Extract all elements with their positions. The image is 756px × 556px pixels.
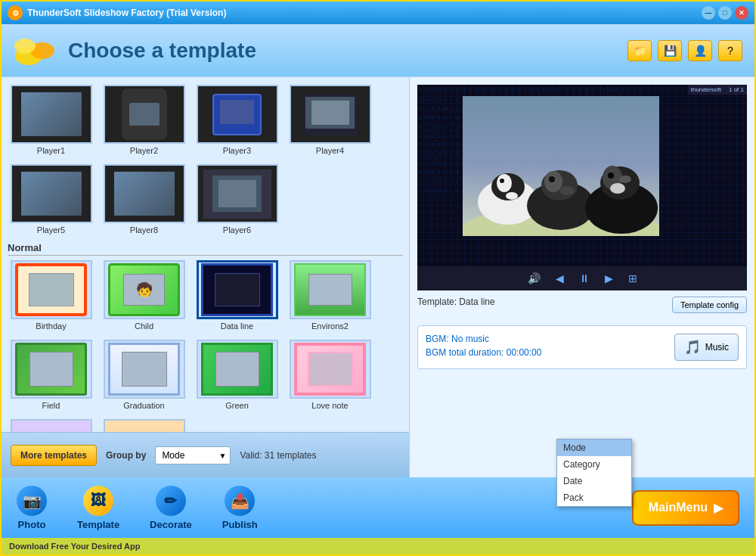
bgm-section: 🎵 Music BGM: No music BGM total duration… <box>417 325 747 369</box>
content-area: Player1 Player2 <box>2 77 754 477</box>
template-player4[interactable]: Player4 <box>287 83 373 157</box>
template-scroll-area[interactable]: Player1 Player2 <box>2 77 409 432</box>
minimize-button[interactable]: — <box>702 6 715 20</box>
music-button-label: Music <box>705 342 729 353</box>
music-button[interactable]: 🎵 Music <box>674 334 739 361</box>
nav-decorate[interactable]: ✏ Decorate <box>150 486 192 530</box>
player4-thumb <box>290 85 371 144</box>
save-button[interactable]: 💾 <box>658 40 682 61</box>
page-title: Choose a template <box>68 39 256 63</box>
graduation-thumb <box>104 340 185 399</box>
green-thumb <box>197 340 278 399</box>
template-player8[interactable]: Player8 <box>101 163 187 236</box>
dropdown-mode[interactable]: Mode <box>557 440 631 456</box>
more-templates-button[interactable]: More templates <box>11 445 97 466</box>
template-nav-label: Template <box>77 519 119 530</box>
svg-point-14 <box>559 186 575 195</box>
svg-point-19 <box>619 175 631 183</box>
music-icon: 🎵 <box>684 339 701 356</box>
template-label: Template: <box>417 297 459 307</box>
player5-thumb <box>11 164 92 223</box>
template-player6[interactable]: Player6 <box>194 163 280 236</box>
navigation-bar: 📷 Photo 🖼 Template ✏ Decorate 📤 Publish … <box>2 477 754 538</box>
preview-area: 01001 10110 01010 10101 01101 10010 1010… <box>417 85 747 266</box>
template-extra1[interactable] <box>8 418 94 432</box>
valid-templates-label: Valid: 31 templates <box>240 450 316 461</box>
graduation-label: Graduation <box>123 401 164 410</box>
template-green[interactable]: Green <box>194 338 280 412</box>
template-lovenote[interactable]: Love note <box>287 338 373 412</box>
template-player1[interactable]: Player1 <box>8 83 94 157</box>
close-button[interactable]: ✕ <box>735 6 748 20</box>
player2-label: Player2 <box>130 146 158 155</box>
photo-nav-icon: 📷 <box>17 486 47 516</box>
svg-point-9 <box>506 192 518 200</box>
next-button[interactable]: ▶ <box>605 272 613 284</box>
dropdown-date[interactable]: Date <box>557 473 631 489</box>
template-birthday[interactable]: Birthday <box>8 259 94 332</box>
lovenote-thumb <box>290 340 371 399</box>
dropdown-category[interactable]: Category <box>557 456 631 473</box>
user-button[interactable]: 👤 <box>688 40 712 61</box>
preview-header: thundersoft 1 of 1 <box>688 85 747 95</box>
player-template-grid: Player1 Player2 <box>8 83 403 236</box>
dropdown-pack[interactable]: Pack <box>557 489 631 506</box>
nav-photo[interactable]: 📷 Photo <box>17 486 47 530</box>
group-by-select[interactable]: Mode Category Date Pack <box>155 446 231 464</box>
environs2-label: Environs2 <box>311 321 349 331</box>
player1-thumb <box>11 85 92 144</box>
field-label: Field <box>42 401 60 410</box>
maximize-button[interactable]: □ <box>718 6 732 20</box>
template-graduation[interactable]: Graduation <box>101 338 187 412</box>
volume-button[interactable]: 🔊 <box>528 272 541 284</box>
svg-point-8 <box>500 179 504 183</box>
preview-image <box>463 96 659 236</box>
template-player3[interactable]: Player3 <box>194 83 280 157</box>
birthday-thumb <box>11 260 92 319</box>
dogs-preview-svg <box>463 96 659 236</box>
child-label: Child <box>135 321 153 331</box>
player3-label: Player3 <box>223 146 251 155</box>
normal-template-grid: Birthday 🧒 Child <box>8 259 403 412</box>
template-player5[interactable]: Player5 <box>8 163 94 236</box>
app-icon: ⚙ <box>8 5 23 20</box>
nav-template[interactable]: 🖼 Template <box>77 486 119 530</box>
window-controls: — □ ✕ <box>702 6 748 20</box>
player5-label: Player5 <box>37 225 65 235</box>
app-title: ThunderSoft Slideshow Factory (Trial Ver… <box>27 8 702 18</box>
prev-button[interactable]: ◀ <box>556 272 564 284</box>
grid-button[interactable]: ⊞ <box>628 272 637 284</box>
right-panel: 01001 10110 01010 10101 01101 10010 1010… <box>410 77 754 477</box>
template-player2[interactable]: Player2 <box>101 83 187 157</box>
preview-controls: 🔊 ◀ ⏸ ▶ ⊞ <box>417 266 747 290</box>
template-child[interactable]: 🧒 Child <box>101 259 187 332</box>
main-menu-button[interactable]: MainMenu ▶ <box>632 490 739 526</box>
preview-brand: thundersoft <box>691 86 721 93</box>
download-text: Download Free Your Desired App <box>9 542 140 551</box>
template-dataline[interactable]: Data line <box>194 259 280 332</box>
template-field[interactable]: Field <box>8 338 94 412</box>
extra2-thumb <box>104 419 185 432</box>
player3-thumb <box>197 85 278 144</box>
folder-button[interactable]: 📁 <box>627 40 652 61</box>
player6-label: Player6 <box>223 225 251 235</box>
dataline-thumb <box>197 260 278 319</box>
bottom-bar: More templates Group by Mode Category Da… <box>2 432 409 477</box>
preview-counter: 1 of 1 <box>729 86 744 93</box>
svg-point-20 <box>610 183 625 194</box>
download-bar: Download Free Your Desired App <box>2 538 754 554</box>
header-toolbar: 📁 💾 👤 ? <box>627 40 742 61</box>
left-panel: Player1 Player2 <box>2 77 410 477</box>
svg-point-2 <box>14 39 36 54</box>
template-config-button[interactable]: Template config <box>672 297 747 313</box>
main-window: Choose a template 📁 💾 👤 ? Player1 <box>0 24 756 556</box>
dataline-label: Data line <box>221 321 253 331</box>
nav-publish[interactable]: 📤 Publish <box>222 486 258 530</box>
help-button[interactable]: ? <box>718 40 742 61</box>
group-by-select-wrapper: Mode Category Date Pack ▼ <box>155 446 231 464</box>
player1-label: Player1 <box>37 146 65 155</box>
template-environs2[interactable]: Environs2 <box>287 259 373 332</box>
template-extra2[interactable] <box>101 418 187 432</box>
pause-button[interactable]: ⏸ <box>579 272 590 284</box>
player8-thumb <box>104 164 185 223</box>
